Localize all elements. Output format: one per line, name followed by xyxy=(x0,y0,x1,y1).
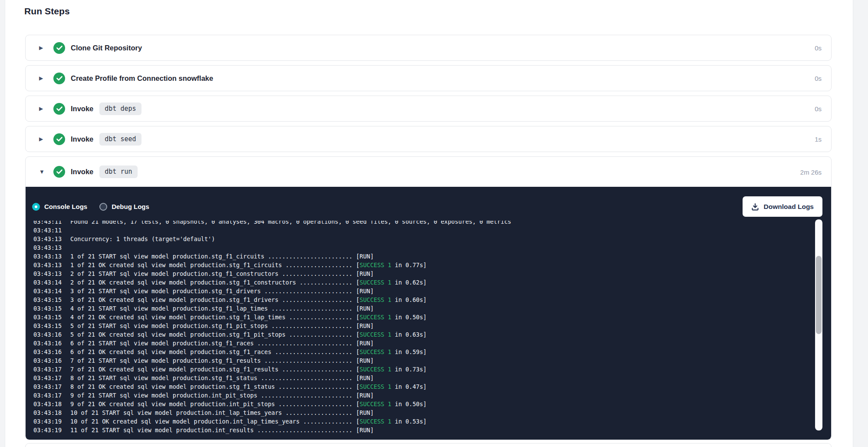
radio-debug-logs[interactable]: Debug Logs xyxy=(99,203,149,211)
log-line: 03:43:165 of 21 OK created sql view mode… xyxy=(33,330,786,339)
log-type-radio-group: Console Logs Debug Logs xyxy=(32,203,149,211)
step-label: Clone Git Repository xyxy=(71,44,142,52)
radio-selected-icon[interactable] xyxy=(32,203,40,211)
step-card: Invoke dbt deps 0s xyxy=(25,96,832,122)
step-duration: 0s xyxy=(815,75,822,82)
log-scrollbar-thumb[interactable] xyxy=(816,256,822,334)
command-chip: dbt run xyxy=(99,166,137,178)
command-chip: dbt deps xyxy=(99,103,141,115)
step-card: Create Profile from Connection snowflake… xyxy=(25,65,832,91)
step-row-invoke-dbt-deps[interactable]: Invoke dbt deps 0s xyxy=(26,96,831,121)
log-viewport[interactable]: 03:43:11Found 21 models, 17 tests, 0 sna… xyxy=(33,221,786,440)
success-check-icon xyxy=(53,166,65,178)
command-chip: dbt seed xyxy=(99,133,141,146)
log-line: 03:43:154 of 21 OK created sql view mode… xyxy=(33,313,786,321)
step-duration: 0s xyxy=(815,105,822,113)
log-line: 03:43:13Concurrency: 1 threads (target='… xyxy=(33,235,786,243)
download-logs-label: Download Logs xyxy=(764,203,814,211)
step-row-invoke-dbt-seed[interactable]: Invoke dbt seed 1s xyxy=(26,126,831,152)
log-line: 03:43:1910 of 21 OK created sql view mod… xyxy=(33,417,786,426)
log-line: 03:43:1911 of 21 START sql view model pr… xyxy=(33,426,786,434)
log-line: 03:43:153 of 21 OK created sql view mode… xyxy=(33,295,786,304)
next-step-card-peek xyxy=(25,443,832,447)
radio-unselected-icon[interactable] xyxy=(99,203,107,211)
step-label: Invoke xyxy=(71,105,93,113)
log-line: 03:43:178 of 21 START sql view model pro… xyxy=(33,374,786,382)
step-label: Invoke xyxy=(71,135,93,143)
radio-label[interactable]: Debug Logs xyxy=(112,203,149,210)
caret-right-icon[interactable] xyxy=(39,106,46,112)
caret-down-icon[interactable] xyxy=(39,169,46,175)
run-steps-section: Run Steps Clone Git Repository 0s Create… xyxy=(5,0,853,447)
log-line: 03:43:142 of 21 OK created sql view mode… xyxy=(33,278,786,287)
step-card-expanded: Invoke dbt run 2m 26s Console Logs Debug… xyxy=(25,156,832,440)
log-line: 03:43:11 xyxy=(33,226,786,235)
caret-right-icon[interactable] xyxy=(39,75,46,81)
download-icon xyxy=(751,203,759,211)
log-line: 03:43:11Found 21 models, 17 tests, 0 sna… xyxy=(33,221,786,226)
caret-right-icon[interactable] xyxy=(39,136,46,142)
step-card: Clone Git Repository 0s xyxy=(25,35,832,61)
log-line: 03:43:154 of 21 START sql view model pro… xyxy=(33,304,786,313)
log-line: 03:43:131 of 21 OK created sql view mode… xyxy=(33,261,786,269)
log-line: 03:43:166 of 21 START sql view model pro… xyxy=(33,339,786,348)
log-line: 03:43:155 of 21 START sql view model pro… xyxy=(33,321,786,330)
step-card: Invoke dbt seed 1s xyxy=(25,126,832,152)
step-row-invoke-dbt-run[interactable]: Invoke dbt run 2m 26s xyxy=(26,157,831,187)
success-check-icon xyxy=(53,42,65,54)
log-scrollbar-track[interactable] xyxy=(815,219,822,430)
step-row-clone-git-repository[interactable]: Clone Git Repository 0s xyxy=(26,35,831,60)
log-toolbar: Console Logs Debug Logs Download Logs xyxy=(26,191,831,222)
radio-label[interactable]: Console Logs xyxy=(44,203,87,210)
download-logs-button[interactable]: Download Logs xyxy=(743,196,822,217)
log-line: 03:43:177 of 21 OK created sql view mode… xyxy=(33,365,786,374)
step-label: Invoke xyxy=(71,168,93,176)
page-title: Run Steps xyxy=(24,6,70,17)
log-line: 03:43:131 of 21 START sql view model pro… xyxy=(33,252,786,261)
step-duration: 2m 26s xyxy=(800,168,822,175)
step-row-create-profile[interactable]: Create Profile from Connection snowflake… xyxy=(26,66,831,91)
log-line: 03:43:178 of 21 OK created sql view mode… xyxy=(33,382,786,391)
radio-console-logs[interactable]: Console Logs xyxy=(32,203,87,211)
success-check-icon xyxy=(53,103,65,115)
success-check-icon xyxy=(53,133,65,145)
step-duration: 1s xyxy=(815,136,822,143)
caret-right-icon[interactable] xyxy=(39,45,46,51)
log-line: 03:43:132 of 21 START sql view model pro… xyxy=(33,269,786,278)
log-panel: Console Logs Debug Logs Download Logs 03… xyxy=(26,187,831,440)
log-line: 03:43:166 of 21 OK created sql view mode… xyxy=(33,348,786,356)
log-line: 03:43:143 of 21 START sql view model pro… xyxy=(33,287,786,295)
step-label: Create Profile from Connection snowflake xyxy=(71,74,213,83)
success-check-icon xyxy=(53,73,65,84)
log-line: 03:43:167 of 21 START sql view model pro… xyxy=(33,356,786,365)
log-line: 03:43:189 of 21 OK created sql view mode… xyxy=(33,400,786,408)
log-line: 03:43:1810 of 21 START sql view model pr… xyxy=(33,408,786,417)
step-duration: 0s xyxy=(815,44,822,52)
log-line: 03:43:179 of 21 START sql view model pro… xyxy=(33,391,786,400)
log-line: 03:43:13 xyxy=(33,243,786,252)
